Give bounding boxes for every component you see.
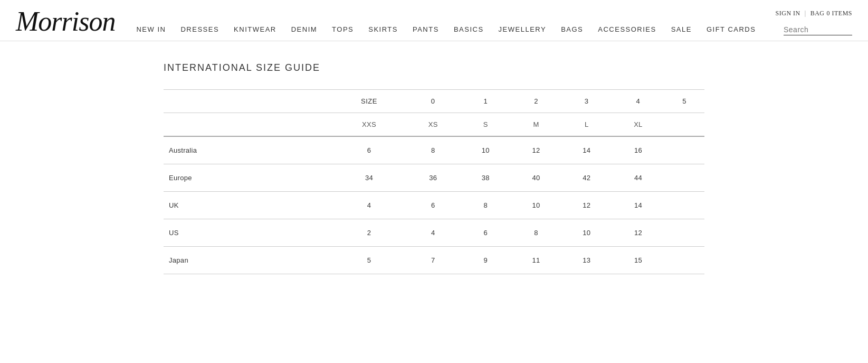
table-row: XXSXSSMLXL [164,113,704,137]
table-cell: 6 [406,192,461,219]
nav-item-jewellery[interactable]: JEWELLERY [499,25,547,33]
row-label: US [164,219,332,247]
table-cell: 14 [561,136,612,164]
nav-item-tops[interactable]: TOPS [332,25,354,33]
table-cell: M [511,113,561,137]
nav-item-sale[interactable]: SALE [671,25,692,33]
table-cell: 6 [461,219,511,247]
nav-area: NEW INDRESSESKNITWEARDENIMTOPSSKIRTSPANT… [136,10,852,40]
row-label: Japan [164,247,332,274]
table-col-header: 4 [612,90,665,113]
table-cell: XL [612,113,665,137]
table-row: UK468101214 [164,192,704,219]
main-content: INTERNATIONAL SIZE GUIDE SIZE012345 XXSX… [0,41,868,295]
table-cell: 16 [612,136,665,164]
table-cell: 15 [612,247,665,274]
bag-section: BAG 0 ITEMS [810,10,852,17]
table-col-header: 0 [406,90,461,113]
table-cell: 40 [511,164,561,192]
row-label: Australia [164,136,332,164]
table-cell: L [561,113,612,137]
table-cell: 8 [406,136,461,164]
table-cell: 13 [561,247,612,274]
row-label: Europe [164,164,332,192]
table-cell: 8 [511,219,561,247]
table-col-header: 2 [511,90,561,113]
row-label: UK [164,192,332,219]
page-title: INTERNATIONAL SIZE GUIDE [164,62,704,73]
table-row: Australia6810121416 [164,136,704,164]
nav-item-knitwear[interactable]: KNITWEAR [234,25,276,33]
items-count: 0 ITEMS [827,10,853,17]
table-row: Japan579111315 [164,247,704,274]
table-cell: S [461,113,511,137]
size-table: SIZE012345 XXSXSSMLXLAustralia6810121416… [164,89,704,274]
table-col-header: 5 [664,90,704,113]
sign-in-link[interactable]: SIGN IN [776,10,800,17]
top-right-actions: SIGN IN | BAG 0 ITEMS [776,10,852,17]
table-cell: 10 [511,192,561,219]
table-cell: 11 [511,247,561,274]
table-cell: 12 [561,192,612,219]
table-cell: XS [406,113,461,137]
table-cell: 4 [332,192,406,219]
table-cell: 10 [461,136,511,164]
search-input[interactable] [784,25,852,34]
table-cell: XXS [332,113,406,137]
table-col-header: 1 [461,90,511,113]
table-cell: 5 [332,247,406,274]
table-size-label: SIZE [332,90,406,113]
table-cell: 34 [332,164,406,192]
table-cell: 8 [461,192,511,219]
nav-item-pants[interactable]: PANTS [413,25,439,33]
table-cell: 7 [406,247,461,274]
table-cell: 14 [612,192,665,219]
table-cell: 4 [406,219,461,247]
table-cell: 36 [406,164,461,192]
table-col-header: 3 [561,90,612,113]
table-row: US24681012 [164,219,704,247]
table-cell: 12 [612,219,665,247]
nav-item-denim[interactable]: DENIM [291,25,317,33]
table-cell: 12 [511,136,561,164]
table-cell: 44 [612,164,665,192]
nav-item-accessories[interactable]: ACCESSORIES [598,25,656,33]
table-cell: 9 [461,247,511,274]
main-nav: NEW INDRESSESKNITWEARDENIMTOPSSKIRTSPANT… [136,10,852,40]
nav-item-gift-cards[interactable]: GIFT CARDS [707,25,756,33]
search-bar[interactable] [784,25,852,35]
table-cell: 6 [332,136,406,164]
table-cell: 42 [561,164,612,192]
table-header-row: SIZE012345 [164,90,704,113]
nav-item-dresses[interactable]: DRESSES [180,25,219,33]
nav-item-skirts[interactable]: SKIRTS [368,25,398,33]
table-cell: 38 [461,164,511,192]
nav-item-new-in[interactable]: NEW IN [136,25,166,33]
site-header: Morrison NEW INDRESSESKNITWEARDENIMTOPSS… [0,0,868,41]
table-row: Europe343638404244 [164,164,704,192]
table-cell: 10 [561,219,612,247]
table-cell: 2 [332,219,406,247]
nav-item-bags[interactable]: BAGS [561,25,583,33]
top-right-divider: | [805,10,806,17]
bag-label[interactable]: BAG [810,10,825,17]
row-label [164,113,332,137]
size-col-header [164,90,332,113]
site-logo[interactable]: Morrison [16,8,115,41]
nav-item-basics[interactable]: BASICS [454,25,484,33]
